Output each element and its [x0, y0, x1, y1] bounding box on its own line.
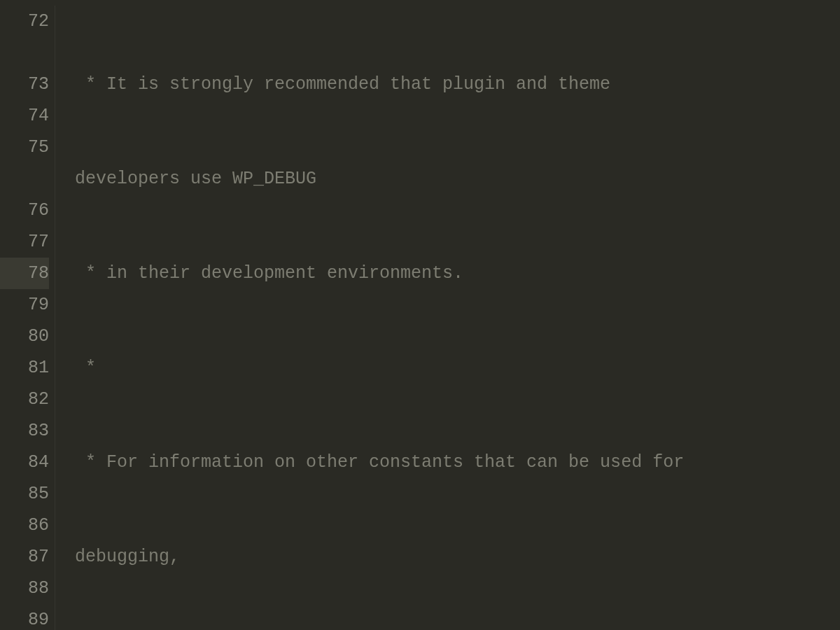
code-area[interactable]: * It is strongly recommended that plugin…: [55, 6, 694, 630]
line-number: 77: [0, 226, 49, 258]
code-line: * It is strongly recommended that plugin…: [75, 69, 694, 100]
line-number: 80: [0, 321, 49, 352]
code-line: * For information on other constants tha…: [75, 447, 694, 478]
line-number: 87: [0, 541, 49, 573]
code-editor[interactable]: 72737475767778798081828384858687888990 *…: [0, 0, 840, 630]
line-number: 79: [0, 289, 49, 321]
line-number: 75: [0, 132, 49, 163]
line-number-gutter: 72737475767778798081828384858687888990: [0, 6, 55, 630]
line-number: [0, 163, 49, 195]
line-number: 89: [0, 604, 49, 630]
code-line: * in their development environments.: [75, 258, 694, 289]
line-number: 74: [0, 100, 49, 132]
line-number: 83: [0, 415, 49, 447]
code-line: developers use WP_DEBUG: [75, 163, 694, 195]
line-number: 81: [0, 352, 49, 384]
line-number: 76: [0, 195, 49, 226]
line-number: 73: [0, 69, 49, 100]
line-number: [0, 37, 49, 69]
line-number: 84: [0, 447, 49, 478]
line-number: 78: [0, 258, 49, 289]
code-line: debugging,: [75, 541, 694, 573]
line-number: 86: [0, 510, 49, 541]
line-number: 88: [0, 573, 49, 604]
code-line: *: [75, 352, 694, 384]
line-number: 85: [0, 478, 49, 510]
line-number: 72: [0, 6, 49, 37]
line-number: 82: [0, 384, 49, 415]
